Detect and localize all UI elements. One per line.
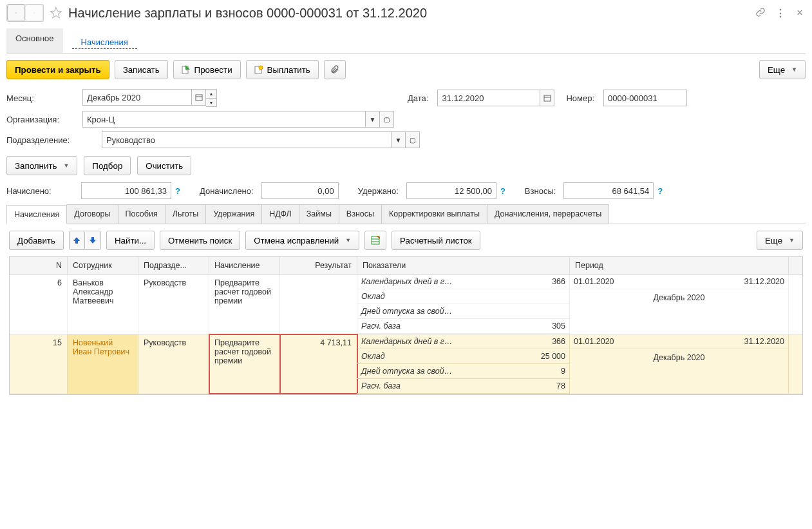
- dept-open-icon[interactable]: ▢: [406, 131, 420, 148]
- post-and-close-button[interactable]: Провести и закрыть: [6, 60, 109, 79]
- indicator-value: 78: [556, 381, 565, 390]
- col-header-period[interactable]: Период: [570, 257, 789, 274]
- table-row[interactable]: 15Новенький Иван ПетровичРуководствПредв…: [10, 334, 802, 394]
- indicator-name: Дней отпуска за свой…: [361, 367, 452, 376]
- org-dropdown-icon[interactable]: ▼: [366, 111, 380, 128]
- find-button[interactable]: Найти...: [106, 231, 155, 250]
- indicator-name: Оклад: [361, 292, 385, 301]
- date-field[interactable]: 31.12.2020: [437, 90, 540, 106]
- fill-button[interactable]: Заполнить▼: [6, 156, 77, 175]
- calendar-icon[interactable]: [192, 89, 206, 106]
- move-down-button[interactable]: [85, 231, 100, 249]
- month-field[interactable]: Декабрь 2020: [82, 89, 192, 106]
- cancel-search-button[interactable]: Отменить поиск: [160, 231, 240, 250]
- contrib-help-icon[interactable]: ?: [657, 186, 663, 196]
- link-icon[interactable]: [755, 7, 767, 19]
- post-icon: [182, 65, 191, 74]
- payslip-button[interactable]: Расчетный листок: [392, 231, 480, 250]
- withheld-help-icon[interactable]: ?: [500, 186, 505, 196]
- more-button[interactable]: Еще▼: [759, 60, 806, 79]
- accrued-help-icon[interactable]: ?: [175, 186, 180, 196]
- section-tab-4[interactable]: Удержания: [205, 204, 262, 224]
- date-calendar-icon[interactable]: [540, 90, 554, 106]
- top-tab-main[interactable]: Основное: [6, 28, 63, 53]
- section-tab-8[interactable]: Корректировки выплаты: [381, 204, 487, 224]
- indicator-name: Оклад: [361, 352, 385, 361]
- clear-button[interactable]: Очистить: [137, 156, 191, 175]
- svg-rect-7: [544, 95, 551, 101]
- section-tab-1[interactable]: Договоры: [66, 204, 118, 224]
- cell-dept: Руководств: [138, 334, 209, 394]
- top-tab-accruals[interactable]: Начисления: [72, 32, 137, 49]
- section-tab-0[interactable]: Начисления: [6, 205, 67, 224]
- section-tab-7[interactable]: Взносы: [339, 204, 382, 224]
- col-header-indicators[interactable]: Показатели: [357, 257, 570, 274]
- cell-period: 01.01.202031.12.2020Декабрь 2020: [570, 334, 789, 394]
- nav-forward-button[interactable]: [25, 5, 43, 21]
- col-header-dept[interactable]: Подразде...: [138, 257, 209, 274]
- pay-button[interactable]: Выплатить: [246, 60, 319, 79]
- period-to: 31.12.2020: [744, 337, 784, 346]
- period-label: Декабрь 2020: [570, 289, 788, 306]
- cell-n: 15: [10, 334, 68, 394]
- attach-button[interactable]: [324, 60, 346, 79]
- accrued-field[interactable]: 100 861,33: [81, 182, 171, 199]
- move-up-button[interactable]: [70, 231, 85, 249]
- section-tab-5[interactable]: НДФЛ: [261, 204, 299, 224]
- cell-employee: Ваньков Александр Матвеевич: [68, 274, 138, 334]
- col-header-result[interactable]: Результат: [280, 257, 357, 274]
- month-up[interactable]: ▲: [206, 90, 216, 98]
- section-tab-2[interactable]: Пособия: [118, 204, 165, 224]
- date-label: Дата:: [408, 93, 428, 103]
- section-tab-3[interactable]: Льготы: [165, 204, 206, 224]
- pick-button[interactable]: Подбор: [84, 156, 131, 175]
- close-icon[interactable]: ×: [794, 7, 806, 19]
- period-label: Декабрь 2020: [570, 349, 788, 366]
- month-label: Месяц:: [6, 93, 77, 103]
- nav-back-button[interactable]: [7, 5, 25, 21]
- section-tab-6[interactable]: Займы: [299, 204, 339, 224]
- month-down[interactable]: ▼: [206, 98, 216, 106]
- col-header-accrual[interactable]: Начисление: [209, 257, 280, 274]
- pay-icon: [254, 65, 263, 74]
- period-from: 01.01.2020: [574, 337, 614, 346]
- withheld-label: Удержано:: [358, 186, 399, 196]
- indicator-name: Расч. база: [361, 322, 401, 331]
- org-open-icon[interactable]: ▢: [380, 111, 394, 128]
- col-header-employee[interactable]: Сотрудник: [68, 257, 138, 274]
- table-row[interactable]: 6Ваньков Александр МатвеевичРуководствПр…: [10, 274, 802, 334]
- number-label: Номер:: [566, 93, 594, 103]
- indicator-value: 366: [552, 277, 565, 286]
- col-header-n[interactable]: N: [10, 257, 68, 274]
- grid-more-button[interactable]: Еще▼: [757, 231, 803, 250]
- cancel-fix-button[interactable]: Отмена исправлений▼: [245, 231, 359, 250]
- cell-indicators: Календарных дней в г…366Оклад25 000Дней …: [357, 334, 570, 394]
- dept-field[interactable]: Руководство: [102, 131, 392, 148]
- favorite-star-icon[interactable]: [49, 6, 63, 20]
- addaccrued-field[interactable]: 0,00: [261, 182, 339, 199]
- indicator-value: 9: [561, 367, 565, 376]
- cell-indicators: Календарных дней в г…366ОкладДней отпуск…: [357, 274, 570, 334]
- cell-employee: Новенький Иван Петрович: [68, 334, 138, 394]
- section-tab-9[interactable]: Доначисления, перерасчеты: [487, 204, 609, 224]
- post-button[interactable]: Провести: [173, 60, 241, 79]
- window-title: Начисление зарплаты и взносов 0000-00003…: [68, 6, 750, 21]
- dept-dropdown-icon[interactable]: ▼: [392, 131, 406, 148]
- cell-dept: Руководств: [138, 274, 209, 334]
- add-row-button[interactable]: Добавить: [9, 231, 64, 250]
- withheld-field[interactable]: 12 500,00: [406, 182, 496, 199]
- save-button[interactable]: Записать: [115, 60, 168, 79]
- accrued-label: Начислено:: [6, 186, 77, 196]
- cell-result: 4 713,11: [280, 334, 357, 394]
- org-field[interactable]: Крон-Ц: [82, 111, 366, 128]
- indicator-name: Дней отпуска за свой…: [361, 307, 452, 316]
- svg-rect-9: [372, 236, 379, 244]
- indicator-name: Расч. база: [361, 381, 401, 390]
- number-field[interactable]: 0000-000031: [603, 90, 687, 106]
- grid-settings-button[interactable]: [364, 231, 386, 250]
- more-menu-icon[interactable]: ⋮: [775, 7, 786, 19]
- cell-n: 6: [10, 274, 68, 334]
- svg-point-4: [259, 66, 263, 70]
- contrib-field[interactable]: 68 641,54: [563, 182, 654, 199]
- indicator-name: Календарных дней в г…: [361, 337, 453, 346]
